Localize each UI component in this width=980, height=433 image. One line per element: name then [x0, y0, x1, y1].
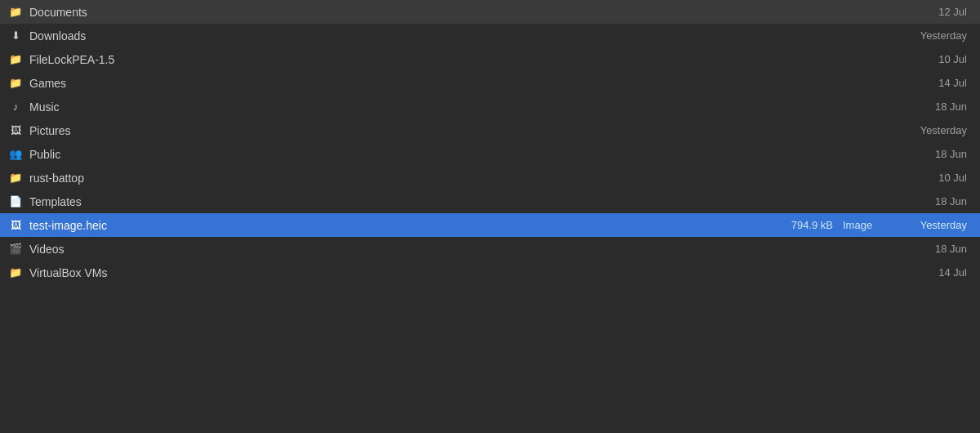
file-name: Games: [29, 77, 769, 90]
table-row[interactable]: ♪Music18 Jun: [0, 95, 980, 118]
file-icon-pictures: 🖼: [7, 124, 24, 136]
file-icon-folder: 📁: [7, 77, 24, 89]
file-date: Yesterday: [900, 29, 973, 42]
file-icon-music: ♪: [7, 100, 24, 113]
file-icon-folder: 📁: [7, 172, 24, 184]
file-name: Downloads: [29, 29, 769, 42]
table-row[interactable]: ⬇DownloadsYesterday: [0, 24, 980, 47]
file-size: 794.9 kB: [769, 219, 843, 231]
file-icon-folder: 📁: [7, 266, 24, 279]
file-date: 18 Jun: [900, 243, 973, 255]
table-row[interactable]: 📁FileLockPEA-1.510 Jul: [0, 47, 980, 71]
file-date: 14 Jul: [900, 266, 973, 279]
table-row[interactable]: 📄Templates18 Jun: [0, 190, 980, 213]
file-name: rust-battop: [29, 172, 769, 185]
file-date: 10 Jul: [900, 172, 973, 184]
file-name: FileLockPEA-1.5: [29, 53, 769, 66]
file-icon-video: 🎬: [7, 243, 24, 255]
table-row[interactable]: 📁Documents12 Jul: [0, 0, 980, 24]
file-date: 14 Jul: [900, 77, 973, 89]
file-list: 📁Documents12 Jul⬇DownloadsYesterday📁File…: [0, 0, 980, 284]
table-row[interactable]: 👥Public18 Jun: [0, 142, 980, 166]
table-row[interactable]: 📁VirtualBox VMs14 Jul: [0, 261, 980, 284]
file-name: Pictures: [29, 124, 769, 137]
file-date: 18 Jun: [900, 195, 973, 208]
file-date: 18 Jun: [900, 100, 973, 113]
file-name: test-image.heic: [29, 219, 769, 232]
file-name: VirtualBox VMs: [29, 266, 769, 279]
table-row[interactable]: 🖼test-image.heic794.9 kBImageYesterday: [0, 213, 980, 237]
file-icon-image: 🖼: [7, 219, 24, 231]
file-type: Image: [843, 219, 900, 231]
file-name: Templates: [29, 195, 769, 208]
file-icon-template: 📄: [7, 195, 24, 208]
file-date: Yesterday: [900, 124, 973, 136]
file-name: Public: [29, 148, 769, 161]
file-icon-public: 👥: [7, 148, 24, 160]
table-row[interactable]: 🖼PicturesYesterday: [0, 118, 980, 142]
file-icon-folder: 📁: [7, 6, 24, 18]
file-icon-folder: 📁: [7, 53, 24, 65]
table-row[interactable]: 🎬Videos18 Jun: [0, 237, 980, 261]
file-date: 12 Jul: [900, 6, 973, 18]
file-name: Documents: [29, 6, 769, 19]
file-date: 18 Jun: [900, 148, 973, 160]
file-date: 10 Jul: [900, 53, 973, 65]
table-row[interactable]: 📁rust-battop10 Jul: [0, 166, 980, 190]
file-date: Yesterday: [900, 219, 973, 231]
table-row[interactable]: 📁Games14 Jul: [0, 71, 980, 95]
file-icon-download: ⬇: [7, 29, 24, 42]
file-name: Music: [29, 100, 769, 114]
file-name: Videos: [29, 243, 769, 256]
